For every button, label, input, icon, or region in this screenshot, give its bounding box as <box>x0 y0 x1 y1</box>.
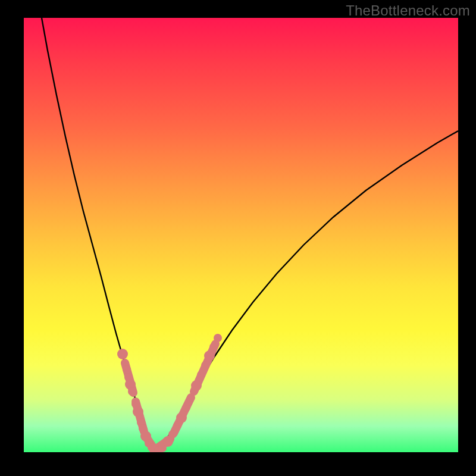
marker-dot <box>168 430 177 439</box>
marker-dot <box>191 380 202 391</box>
watermark-text: TheBottleneck.com <box>346 2 470 19</box>
marker-dot <box>197 371 205 379</box>
chart-frame: TheBottleneck.com <box>0 0 476 476</box>
bottleneck-curve <box>24 18 458 452</box>
marker-dot <box>176 412 187 423</box>
marker-dot <box>201 361 209 369</box>
series-right-branch <box>158 131 458 450</box>
marker-dot <box>128 387 136 396</box>
plot-area <box>24 18 458 452</box>
series-left-branch <box>42 18 154 449</box>
marker-dot <box>117 349 128 359</box>
curve-lines <box>42 18 458 450</box>
marker-dots <box>117 334 222 452</box>
marker-dot <box>209 343 218 351</box>
marker-dot <box>182 403 190 412</box>
marker-dot <box>204 350 215 361</box>
marker-dot <box>187 393 195 402</box>
marker-dot <box>133 406 143 417</box>
marker-dot <box>214 334 222 342</box>
marker-dot <box>123 365 131 374</box>
